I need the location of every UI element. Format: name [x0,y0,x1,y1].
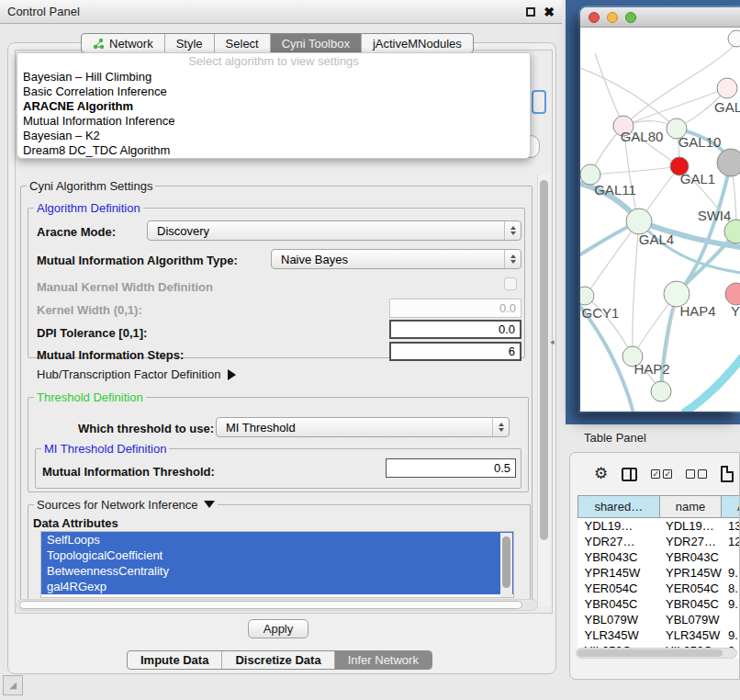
table-cell: YBL079W [659,612,722,627]
tab-label: jActiveMNodules [373,37,462,51]
table-cell: YBR045C [659,596,722,612]
algorithm-option[interactable]: Dream8 DC_TDC Algorithm [17,143,530,158]
algorithm-option[interactable]: Basic Correlation Inference [17,85,530,99]
tab-network[interactable]: Network [82,34,165,52]
network-edge[interactable] [586,221,639,296]
settings-vertical-scrollbar[interactable] [537,175,550,606]
data-attributes-list[interactable]: SelfLoopsTopologicalCoefficientBetweenne… [40,531,514,598]
scrollbar-thumb[interactable] [577,649,723,657]
table-row[interactable]: YBR045CYBR045C9. [578,596,740,612]
gear-icon[interactable]: ⚙ [594,465,608,483]
network-edge[interactable] [590,166,679,175]
window-minimize-button[interactable] [607,12,618,23]
node-label: GAL4 [639,231,674,247]
table-cell: YBR043C [659,549,722,565]
network-edge[interactable] [683,351,740,412]
algorithm-option[interactable]: Bayesian – Hill Climbing [17,70,530,85]
sources-toggle[interactable]: Sources for Network Inference [34,498,218,512]
algorithm-option[interactable]: Mutual Information Inference [17,114,530,129]
tab-style[interactable]: Style [165,34,215,52]
network-node-y[interactable] [725,283,740,305]
select-all-icon[interactable]: ✓✓ [651,469,672,479]
table-header[interactable]: shared…nameA [578,496,740,518]
network-node-gal4[interactable] [626,209,652,234]
collapsed-panel-button[interactable]: ◢ [3,675,23,695]
attribute-item[interactable]: gal4RGexp [41,579,513,594]
scrollbar-thumb[interactable] [502,536,510,588]
aracne-mode-combo[interactable]: Discovery [147,220,521,241]
node-label: HAP2 [633,361,669,377]
network-node[interactable] [728,30,740,47]
network-edge[interactable] [661,294,677,391]
window-close-button[interactable] [589,12,600,23]
settings-horizontal-scrollbar[interactable] [17,599,538,611]
network-node[interactable] [717,149,740,176]
table-cell: YBL079W [578,612,660,627]
bottom-tab-infer-network[interactable]: Infer Network [335,651,432,669]
table-row[interactable]: YPR145WYPR145W9. [578,565,740,581]
algorithm-dropdown-list[interactable]: Select algorithm to view settings Bayesi… [17,52,531,159]
scrollbar-thumb[interactable] [19,601,522,609]
hub-definition-label: Hub/Transcription Factor Definition [37,367,220,381]
tab-cyni-toolbox[interactable]: Cyni Toolbox [271,34,362,52]
attribute-item[interactable]: SelfLoops [41,532,513,548]
network-window-titlebar[interactable] [580,7,740,28]
network-edge[interactable] [595,53,623,126]
table-cell: 9. [722,565,740,581]
manual-kernel-label: Manual Kernel Width Definition [37,280,213,294]
network-node-gal[interactable] [717,78,737,98]
apply-button[interactable]: Apply [248,619,308,638]
table-body[interactable]: YDL19…YDL19…13YDR27…YDR27…12YBR043CYBR04… [578,518,740,659]
table-row[interactable]: YER054CYER054C8. [578,581,740,596]
list-vertical-scrollbar[interactable] [500,533,512,598]
group-title: Threshold Definition [34,390,146,404]
table-cell: 13 [722,518,740,534]
network-node[interactable] [651,381,671,401]
table-row[interactable]: YLR345WYLR345W9. [578,627,740,643]
tab-jactivemnodules[interactable]: jActiveMNodules [362,34,473,52]
table-cell: YER054C [578,581,660,596]
combo-stepper-icon [504,221,521,240]
column-header[interactable]: name [659,496,722,518]
table-cell: YLR345W [659,627,722,643]
scrollbar-thumb[interactable] [540,180,548,540]
attribute-item[interactable]: BetweennessCentrality [41,563,513,579]
table-row[interactable]: YDR27…YDR27…12 [578,534,740,549]
node-label: GAL1 [680,171,715,186]
bottom-tab-discretize-data[interactable]: Discretize Data [222,651,334,669]
window-zoom-button[interactable] [625,12,636,23]
column-header[interactable]: A [722,496,740,518]
network-view-window[interactable]: GALGAL80GAL10GAL1GAL11GAL4SWI4GCY1HAP4YH… [580,7,740,412]
manual-kernel-checkbox[interactable] [504,277,517,290]
table-row[interactable]: YDL19…YDL19…13 [578,518,740,534]
mi-type-combo[interactable]: Naive Bayes [271,249,521,269]
mi-type-value: Naive Bayes [281,253,348,266]
table-row[interactable]: YBR043CYBR043C [578,549,740,565]
column-header[interactable]: shared… [578,496,660,518]
algorithm-option[interactable]: ARACNE Algorithm [17,99,530,114]
mi-steps-field[interactable]: 6 [389,342,521,361]
tab-select[interactable]: Select [215,34,271,52]
hub-definition-toggle[interactable]: Hub/Transcription Factor Definition [37,367,236,381]
splitter-collapse-icon[interactable]: ◂ [550,337,555,346]
data-attributes-label: Data Attributes [33,516,118,530]
algorithm-option[interactable]: Bayesian – K2 [17,129,530,143]
table-row[interactable]: YBL079WYBL079W [578,612,740,627]
node-label: GAL [714,99,740,115]
close-panel-icon[interactable]: ✖ [544,7,555,17]
bottom-tab-impute-data[interactable]: Impute Data [128,651,222,669]
which-threshold-combo[interactable]: MI Threshold [216,417,510,437]
table-horizontal-scrollbar[interactable] [576,648,737,659]
float-panel-icon[interactable] [526,7,535,17]
mi-threshold-field[interactable]: 0.5 [386,458,516,478]
kernel-width-field[interactable]: 0.0 [389,299,521,318]
control-panel-titlebar: Control Panel ✖ [0,0,562,24]
file-icon[interactable] [721,466,734,482]
network-node-gcy1[interactable] [580,287,594,305]
attribute-item[interactable]: TopologicalCoefficient [41,548,513,563]
network-canvas[interactable]: GALGAL80GAL10GAL1GAL11GAL4SWI4GCY1HAP4YH… [580,28,740,412]
dpi-tolerance-field[interactable]: 0.0 [389,320,521,339]
deselect-all-icon[interactable] [686,469,707,479]
node-label: GCY1 [582,305,620,321]
columns-icon[interactable] [622,468,637,481]
